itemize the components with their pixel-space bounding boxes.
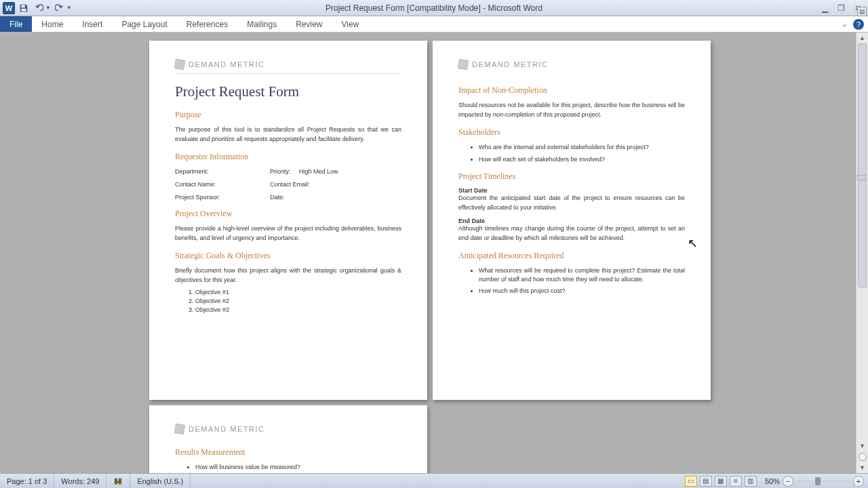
ribbon: File Home Insert Page Layout References … — [0, 16, 868, 33]
label-priority: Priority: — [270, 168, 291, 175]
list-item: Objective #1 — [195, 289, 401, 296]
window-title: Project Request Form [Compatibility Mode… — [326, 3, 542, 13]
list-item: Objective #2 — [195, 298, 401, 304]
text-impact: Should resources not be available for th… — [458, 101, 685, 119]
heading-requester: Requester Information — [175, 152, 401, 162]
tab-insert[interactable]: Insert — [73, 16, 112, 32]
zoom-slider[interactable] — [796, 480, 850, 483]
undo-dropdown-icon[interactable]: ▼ — [45, 2, 51, 14]
tab-mailings[interactable]: Mailings — [237, 16, 286, 32]
tab-view[interactable]: View — [332, 16, 369, 32]
heading-impact: Impact of Non-Completion — [458, 85, 685, 96]
scroll-track[interactable] — [858, 43, 867, 441]
text-purpose: The purpose of this tool is to standardi… — [175, 125, 401, 144]
ruler-toggle-icon[interactable]: ▤ — [857, 7, 867, 16]
brand-text: DEMAND METRIC — [189, 425, 264, 433]
ribbon-collapse-icon[interactable]: ⌄ — [842, 20, 848, 28]
page-1: DEMAND METRIC Project Request Form Purpo… — [149, 41, 427, 400]
label-contact-name: Contact Name: — [175, 181, 270, 188]
brand-logo-icon — [174, 424, 185, 434]
label-sponsor: Project Sponsor: — [175, 194, 270, 201]
tab-page-layout[interactable]: Page Layout — [112, 16, 176, 32]
status-proofing[interactable] — [106, 474, 130, 488]
brand-text: DEMAND METRIC — [472, 60, 548, 68]
row-contact: Contact Name: Contact Email: — [175, 181, 401, 188]
svg-rect-0 — [22, 5, 25, 7]
results-list: How will business value be measured? — [195, 463, 401, 472]
heading-stakeholders: Stakeholders — [458, 127, 685, 138]
document-area[interactable]: DEMAND METRIC Project Request Form Purpo… — [0, 33, 856, 473]
status-language[interactable]: English (U.S.) — [130, 474, 191, 488]
quick-access-toolbar: W ▼ ▼ — [0, 2, 72, 14]
brand-header: DEMAND METRIC — [175, 424, 401, 434]
proofing-icon — [113, 476, 123, 486]
view-outline-icon[interactable]: ≡ — [730, 476, 742, 487]
doc-title: Project Request Form — [175, 83, 401, 100]
zoom-in-button[interactable]: + — [853, 476, 864, 487]
list-item: What resources will be required to compl… — [479, 266, 685, 283]
view-print-layout-icon[interactable]: ▭ — [685, 476, 697, 487]
redo-icon[interactable] — [54, 2, 66, 14]
label-date: Date: — [270, 194, 401, 201]
next-page-icon[interactable]: ▼ — [856, 462, 868, 473]
view-web-layout-icon[interactable]: ▦ — [715, 476, 727, 487]
zoom-controls: 50% − + — [765, 476, 864, 487]
label-department: Department: — [175, 168, 270, 175]
stakeholders-list: Who are the internal and external stakeh… — [479, 143, 685, 163]
qat-dropdown-icon[interactable]: ▼ — [66, 2, 72, 14]
scroll-thumb[interactable] — [858, 43, 867, 287]
text-start-date: Document the anticipated start date of t… — [458, 194, 685, 212]
status-bar: Page: 1 of 3 Words: 249 English (U.S.) ▭… — [0, 473, 868, 488]
help-icon[interactable]: ? — [853, 19, 864, 30]
restore-icon[interactable]: ❐ — [837, 3, 845, 13]
view-full-screen-icon[interactable]: ▤ — [700, 476, 712, 487]
brand-logo-icon — [458, 59, 469, 70]
label-start-date: Start Date — [458, 187, 685, 194]
view-draft-icon[interactable]: ▥ — [745, 476, 757, 487]
objectives-list: Objective #1 Objective #2 Objective #2 — [195, 289, 401, 313]
status-words[interactable]: Words: 249 — [54, 474, 106, 488]
undo-icon[interactable] — [33, 2, 45, 14]
row-department: Department: Priority: High Med Low — [175, 168, 401, 175]
zoom-out-button[interactable]: − — [783, 476, 793, 487]
heading-timelines: Project Timelines — [458, 171, 685, 182]
zoom-level[interactable]: 50% — [765, 477, 780, 485]
page-2: DEMAND METRIC Impact of Non-Completion S… — [433, 41, 711, 400]
minimize-icon[interactable]: ▁ — [822, 3, 828, 13]
tab-review[interactable]: Review — [286, 16, 332, 32]
svg-rect-1 — [22, 8, 26, 11]
resources-list: What resources will be required to compl… — [479, 266, 685, 296]
tab-home[interactable]: Home — [32, 16, 73, 32]
scroll-down-icon[interactable]: ▼ — [856, 441, 868, 451]
list-item: Who are the internal and external stakeh… — [479, 143, 685, 152]
vertical-scrollbar[interactable]: ▤ ▲ ▼ ▼ — [856, 33, 868, 473]
brand-text: DEMAND METRIC — [189, 60, 264, 68]
browse-object-icon[interactable] — [859, 453, 867, 461]
heading-results: Results Measurement — [175, 447, 401, 458]
split-handle-icon[interactable] — [857, 175, 867, 180]
row-sponsor: Project Sponsor: Date: — [175, 194, 401, 201]
list-item: How will business value be measured? — [195, 463, 401, 472]
title-bar: W ▼ ▼ Project Request Form [Compatibilit… — [0, 0, 868, 16]
list-item: How will each set of stakeholders be inv… — [479, 155, 685, 164]
heading-goals: Strategic Goals & Objectives — [175, 251, 401, 261]
zoom-slider-knob[interactable] — [815, 477, 821, 485]
tab-references[interactable]: References — [177, 16, 237, 32]
status-page[interactable]: Page: 1 of 3 — [0, 474, 54, 488]
heading-resources: Anticipated Resources Required — [458, 251, 685, 261]
label-end-date: End Date — [458, 218, 685, 224]
word-icon[interactable]: W — [3, 2, 15, 14]
text-end-date: Although timelines may change during the… — [458, 224, 685, 243]
heading-overview: Project Overview — [175, 209, 401, 219]
brand-header: DEMAND METRIC — [175, 60, 401, 74]
save-icon[interactable] — [18, 2, 30, 14]
file-tab[interactable]: File — [0, 16, 32, 32]
heading-purpose: Purpose — [175, 110, 401, 120]
brand-header: DEMAND METRIC — [458, 60, 685, 69]
page-3: DEMAND METRIC Results Measurement How wi… — [149, 405, 427, 473]
text-overview: Please provide a high-level overview of … — [175, 224, 401, 243]
list-item: How much will this project cost? — [479, 287, 685, 296]
list-item: Objective #2 — [195, 306, 401, 313]
label-contact-email: Contact Email: — [270, 181, 401, 188]
scroll-up-icon[interactable]: ▲ — [856, 33, 868, 43]
